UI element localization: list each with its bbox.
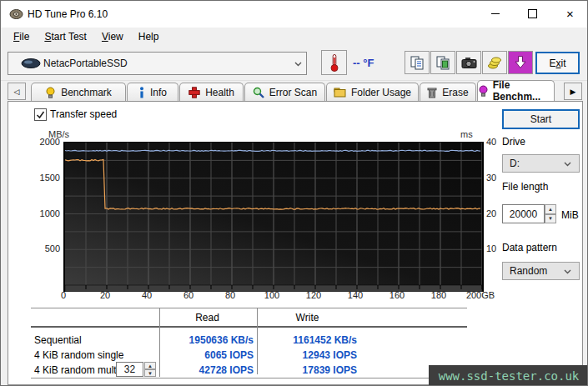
file-length-spinner: ▲ ▼ bbox=[545, 204, 556, 223]
table-rule-header bbox=[31, 326, 467, 328]
file-length-value: 20000 bbox=[510, 208, 537, 220]
tab-folder-usage[interactable]: Folder Usage bbox=[326, 83, 419, 101]
tab-erase[interactable]: Erase bbox=[420, 83, 476, 101]
spin-up-button[interactable]: ▲ bbox=[545, 204, 556, 214]
magnifier-icon bbox=[253, 87, 264, 98]
queue-depth-input[interactable]: 32 bbox=[116, 362, 143, 377]
bulb-yellow-icon bbox=[45, 87, 56, 98]
y-right-tick: 40 bbox=[486, 137, 496, 147]
app-disk-icon bbox=[9, 8, 23, 20]
y-left-tick: 1000 bbox=[32, 208, 60, 218]
grid-lines bbox=[65, 143, 482, 285]
y-right-tick: 30 bbox=[486, 173, 496, 183]
tab-info[interactable]: Info bbox=[127, 83, 178, 101]
row-random-single-label: 4 KiB random single bbox=[34, 349, 123, 361]
drive-value: D: bbox=[510, 158, 520, 169]
menu-help[interactable]: Help bbox=[131, 29, 167, 44]
chevron-down-icon bbox=[289, 60, 306, 68]
spin-up-button[interactable]: ▲ bbox=[144, 362, 156, 369]
drive-selector-combobox[interactable]: NetacPortableSSD bbox=[8, 52, 307, 75]
tab-scroll-left-button[interactable]: ◁ bbox=[8, 83, 26, 100]
tab-scroll-right-button[interactable]: ▶ bbox=[564, 83, 582, 100]
spin-down-button[interactable]: ▼ bbox=[144, 369, 156, 377]
x-axis-tick: 20 bbox=[100, 290, 110, 300]
screenshot-button[interactable] bbox=[456, 51, 481, 74]
row-sequential-label: Sequential bbox=[34, 334, 82, 346]
benchmark-chart bbox=[63, 142, 484, 292]
x-axis-tick: 80 bbox=[225, 290, 235, 300]
menu-view[interactable]: View bbox=[94, 29, 131, 44]
minimize-icon bbox=[491, 13, 500, 14]
table-divider-mid bbox=[257, 308, 258, 374]
menu-bar: File Start Test View Help bbox=[1, 28, 588, 45]
copy-image-button[interactable] bbox=[430, 51, 455, 74]
download-results-button[interactable] bbox=[508, 51, 533, 74]
file-length-label: File length bbox=[502, 181, 548, 193]
random-multi-write-value: 17839 IOPS bbox=[264, 364, 357, 376]
y-right-unit-label: ms bbox=[460, 129, 473, 139]
drive-combobox[interactable]: D: bbox=[502, 154, 580, 173]
x-axis-tick: 200GB bbox=[466, 290, 495, 300]
exit-button[interactable]: Exit bbox=[535, 52, 580, 74]
up-arrow-icon: ▲ bbox=[548, 207, 553, 212]
y-left-tick: 1500 bbox=[32, 173, 60, 183]
tab-bar: Benchmark Info Health Error Scan Folder … bbox=[31, 82, 555, 101]
thermometer-icon bbox=[329, 53, 340, 72]
coins-icon bbox=[487, 55, 502, 70]
maximize-icon bbox=[528, 9, 537, 18]
transfer-speed-checkbox[interactable] bbox=[34, 108, 47, 121]
start-button[interactable]: Start bbox=[502, 109, 580, 129]
watermark: www.ssd-tester.co.uk bbox=[429, 365, 588, 386]
random-single-write-value: 12943 IOPS bbox=[264, 349, 357, 361]
table-rule-bottom bbox=[31, 378, 467, 378]
transfer-speed-label: Transfer speed bbox=[50, 108, 117, 120]
x-axis-tick: 40 bbox=[142, 290, 152, 300]
coins-button[interactable] bbox=[482, 51, 507, 74]
sequential-write-value: 1161452 KB/s bbox=[264, 334, 357, 346]
checkmark-icon bbox=[36, 110, 45, 119]
x-axis-tick: 60 bbox=[183, 290, 193, 300]
temperature-reading: -- °F bbox=[353, 57, 374, 69]
triangle-left-icon: ◁ bbox=[14, 88, 20, 96]
drive-label: Drive bbox=[502, 136, 525, 148]
y-right-tick: 20 bbox=[486, 208, 496, 218]
copy-image-icon bbox=[436, 56, 450, 70]
maximize-button[interactable] bbox=[514, 1, 551, 27]
health-cross-icon bbox=[188, 87, 200, 98]
file-length-input[interactable]: 20000 bbox=[502, 204, 545, 223]
down-arrow-icon: ▼ bbox=[548, 216, 553, 221]
tab-error-scan[interactable]: Error Scan bbox=[244, 83, 325, 101]
queue-depth-value: 32 bbox=[124, 363, 135, 375]
data-pattern-value: Random bbox=[510, 265, 547, 277]
minimize-button[interactable] bbox=[476, 1, 514, 27]
bulb-magenta-icon bbox=[478, 85, 488, 97]
x-axis-tick: 140 bbox=[348, 290, 363, 300]
queue-depth-spinner: ▲ ▼ bbox=[144, 362, 156, 377]
x-axis-tick: 180 bbox=[431, 290, 446, 300]
copy-text-button[interactable] bbox=[405, 51, 430, 74]
chevron-down-icon bbox=[559, 160, 575, 168]
tab-benchmark[interactable]: Benchmark bbox=[31, 83, 126, 101]
window-controls: × bbox=[476, 1, 588, 27]
trash-icon bbox=[427, 87, 437, 98]
tab-file-benchmark[interactable]: File Benchm... bbox=[477, 80, 555, 101]
title-bar: HD Tune Pro 6.10 × bbox=[1, 1, 588, 28]
close-button[interactable]: × bbox=[551, 1, 588, 27]
file-length-unit: MiB bbox=[561, 209, 579, 221]
close-icon: × bbox=[566, 8, 574, 20]
spin-down-button[interactable]: ▼ bbox=[545, 214, 556, 224]
folder-icon bbox=[334, 87, 346, 98]
y-left-tick: 2000 bbox=[32, 137, 60, 147]
tab-health[interactable]: Health bbox=[179, 83, 244, 101]
window-title: HD Tune Pro 6.10 bbox=[28, 8, 108, 20]
data-pattern-combobox[interactable]: Random bbox=[502, 262, 580, 280]
disk-icon bbox=[20, 58, 42, 69]
menu-file[interactable]: File bbox=[6, 29, 37, 44]
down-arrow-icon: ▼ bbox=[148, 371, 153, 376]
menu-start-test[interactable]: Start Test bbox=[37, 29, 94, 44]
write-column-header: Write bbox=[264, 312, 351, 323]
temperature-button[interactable] bbox=[321, 50, 347, 75]
x-axis-tick: 120 bbox=[306, 290, 321, 300]
sequential-read-value: 1950636 KB/s bbox=[163, 334, 254, 346]
x-axis-tick: 160 bbox=[389, 290, 405, 300]
